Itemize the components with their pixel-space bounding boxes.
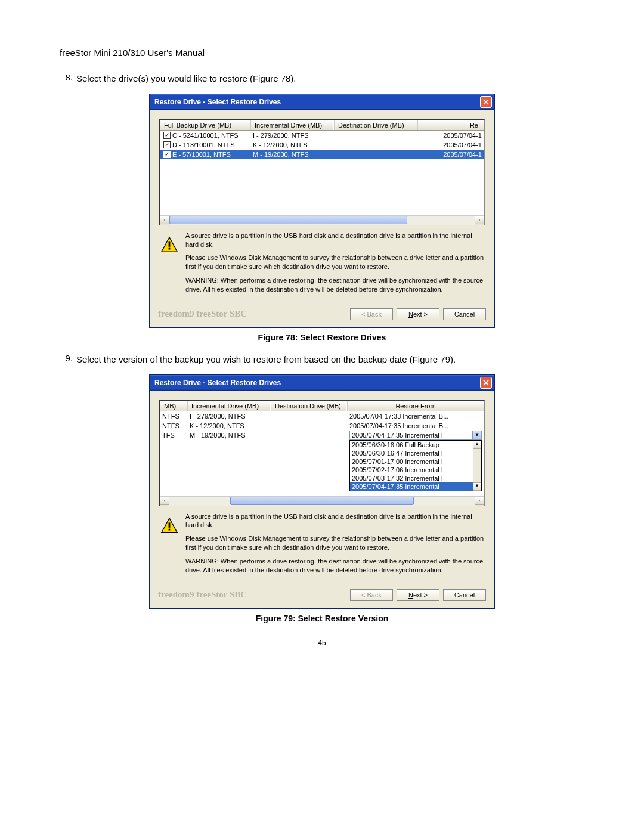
dropdown-option[interactable]: 2005/06/30-16:06 Full Backup — [350, 441, 481, 449]
info-paragraph-2: Please use Windows Disk Management to su… — [185, 534, 485, 552]
brand-text: freedom9 freeStor SBC — [158, 309, 346, 319]
cell-re: 2005/07/04-1 — [417, 141, 484, 148]
col-full-backup[interactable]: Full Backup Drive (MB) — [160, 120, 250, 130]
step-number: 8. — [60, 72, 76, 85]
warning-icon — [159, 516, 179, 536]
drive-listview[interactable]: Full Backup Drive (MB) Incremental Drive… — [159, 119, 485, 225]
dropdown-option[interactable]: 2005/06/30-16:47 Incremental I — [350, 449, 481, 457]
list-rows: C - 5241/10001, NTFSI - 279/2000, NTFS20… — [160, 131, 484, 215]
table-row[interactable]: NTFSK - 12/2000, NTFS2005/07/04-17:35 In… — [160, 421, 484, 431]
scroll-track[interactable] — [169, 497, 475, 506]
dialog-footer: freedom9 freeStor SBC < Back Next > Canc… — [150, 302, 494, 327]
list-header[interactable]: MB) Incremental Drive (MB) Destination D… — [160, 401, 484, 411]
horizontal-scrollbar[interactable]: ‹ › — [160, 215, 484, 225]
drive-checkbox[interactable] — [163, 141, 171, 148]
back-button[interactable]: < Back — [350, 308, 393, 320]
info-paragraph-1: A source drive is a partition in the USB… — [185, 512, 485, 530]
info-section: A source drive is a partition in the USB… — [159, 512, 485, 580]
cell-re: 2005/07/04-1 — [417, 151, 484, 158]
table-row[interactable]: D - 113/10001, NTFSK - 12/2000, NTFS2005… — [160, 140, 484, 150]
info-text: A source drive is a partition in the USB… — [185, 231, 485, 299]
cell-full-backup: E - 57/10001, NTFS — [172, 151, 231, 158]
step-9: 9. Select the version of the backup you … — [60, 353, 584, 366]
info-paragraph-3: WARNING: When performs a drive restoring… — [185, 276, 485, 294]
dropdown-option[interactable]: 2005/07/03-17:32 Incremental I — [350, 474, 481, 482]
page-number: 45 — [60, 639, 584, 647]
info-text: A source drive is a partition in the USB… — [185, 512, 485, 580]
dropdown-list[interactable]: 2005/06/30-16:06 Full Backup2005/06/30-1… — [349, 440, 482, 491]
svg-rect-4 — [169, 522, 171, 527]
dropdown-option[interactable]: 2005/07/01-17:00 Incremental I — [350, 457, 481, 466]
cell-incremental: I - 279/2000, NTFS — [187, 413, 271, 420]
cell-mb: NTFS — [160, 413, 187, 420]
next-button[interactable]: Next > — [397, 589, 439, 601]
step-text: Select the drive(s) you would like to re… — [76, 72, 584, 85]
cell-mb: NTFS — [160, 422, 187, 429]
titlebar[interactable]: Restore Drive - Select Restore Drives — [150, 375, 494, 391]
cancel-button[interactable]: Cancel — [443, 589, 486, 601]
close-button[interactable] — [480, 377, 492, 389]
dropdown-selected: 2005/07/04-17:35 Incremental I — [352, 432, 472, 439]
figure-78: Restore Drive - Select Restore Drives Fu… — [60, 94, 584, 328]
dialog-select-restore-drives: Restore Drive - Select Restore Drives Fu… — [149, 94, 495, 328]
info-section: A source drive is a partition in the USB… — [159, 231, 485, 299]
scroll-track[interactable] — [169, 216, 475, 225]
svg-rect-1 — [169, 241, 171, 246]
col-re[interactable]: Re: — [417, 120, 484, 130]
table-row[interactable]: E - 57/10001, NTFSM - 19/2000, NTFS2005/… — [160, 150, 484, 159]
info-paragraph-2: Please use Windows Disk Management to su… — [185, 253, 485, 271]
dropdown-arrow-icon[interactable]: ▼ — [472, 431, 481, 439]
scroll-right-button[interactable]: › — [475, 497, 484, 505]
scroll-left-button[interactable]: ‹ — [160, 216, 169, 224]
cell-incremental: K - 12/2000, NTFS — [250, 141, 334, 148]
table-row[interactable]: TFSM - 19/2000, NTFS2005/07/04-17:35 Inc… — [160, 431, 484, 440]
col-destination[interactable]: Destination Drive (MB) — [334, 120, 417, 130]
col-restore-from[interactable]: Restore From — [347, 401, 484, 411]
figure-79-caption: Figure 79: Select Restore Version — [60, 614, 584, 623]
titlebar[interactable]: Restore Drive - Select Restore Drives — [150, 94, 494, 110]
cell-incremental: M - 19/2000, NTFS — [187, 432, 271, 439]
dropdown-scrollbar[interactable]: ▲▼ — [473, 441, 481, 491]
warning-icon — [159, 235, 179, 255]
document-header: freeStor Mini 210/310 User's Manual — [60, 48, 584, 58]
cell-restore-from: 2005/07/04-17:35 Incremental I▼2005/06/3… — [347, 431, 484, 440]
col-destination[interactable]: Destination Drive (MB) — [271, 401, 347, 411]
step-8: 8. Select the drive(s) you would like to… — [60, 72, 584, 85]
cell-incremental: M - 19/2000, NTFS — [250, 151, 334, 158]
col-incremental[interactable]: Incremental Drive (MB) — [250, 120, 334, 130]
scroll-thumb[interactable] — [169, 216, 407, 224]
col-mb[interactable]: MB) — [160, 401, 187, 411]
info-paragraph-1: A source drive is a partition in the USB… — [185, 231, 485, 249]
close-icon — [483, 380, 489, 386]
next-button[interactable]: Next > — [397, 308, 439, 320]
drive-checkbox[interactable] — [163, 151, 171, 158]
cell-full-backup: D - 113/10001, NTFS — [172, 141, 235, 148]
step-number: 9. — [60, 353, 76, 366]
table-row[interactable]: NTFSI - 279/2000, NTFS2005/07/04-17:33 I… — [160, 411, 484, 421]
scroll-right-button[interactable]: › — [475, 216, 484, 224]
horizontal-scrollbar[interactable]: ‹ › — [160, 496, 484, 506]
cancel-button[interactable]: Cancel — [443, 308, 486, 320]
cell-incremental: I - 279/2000, NTFS — [250, 132, 334, 139]
window-title: Restore Drive - Select Restore Drives — [154, 379, 480, 387]
info-paragraph-3: WARNING: When performs a drive restoring… — [185, 557, 485, 575]
table-row[interactable]: C - 5241/10001, NTFSI - 279/2000, NTFS20… — [160, 131, 484, 140]
cell-restore-from: 2005/07/04-17:33 Incremental B... — [347, 413, 484, 420]
cell-re: 2005/07/04-1 — [417, 132, 484, 139]
drive-checkbox[interactable] — [163, 132, 171, 139]
version-listview[interactable]: MB) Incremental Drive (MB) Destination D… — [159, 400, 485, 506]
cell-full-backup: C - 5241/10001, NTFS — [172, 132, 239, 139]
figure-78-caption: Figure 78: Select Restore Drives — [60, 333, 584, 342]
svg-rect-2 — [169, 247, 171, 249]
scroll-thumb[interactable] — [230, 497, 413, 505]
back-button[interactable]: < Back — [350, 589, 393, 601]
close-button[interactable] — [480, 96, 492, 108]
dropdown-option[interactable]: 2005/07/04-17:35 Incremental — [350, 482, 481, 491]
dropdown-option[interactable]: 2005/07/02-17:06 Incremental I — [350, 466, 481, 474]
restore-from-dropdown[interactable]: 2005/07/04-17:35 Incremental I▼2005/06/3… — [349, 431, 482, 440]
scroll-left-button[interactable]: ‹ — [160, 497, 169, 505]
cell-restore-from: 2005/07/04-17:35 Incremental B... — [347, 422, 484, 429]
col-incremental[interactable]: Incremental Drive (MB) — [187, 401, 271, 411]
step-text: Select the version of the backup you wis… — [76, 353, 584, 366]
list-header[interactable]: Full Backup Drive (MB) Incremental Drive… — [160, 120, 484, 131]
